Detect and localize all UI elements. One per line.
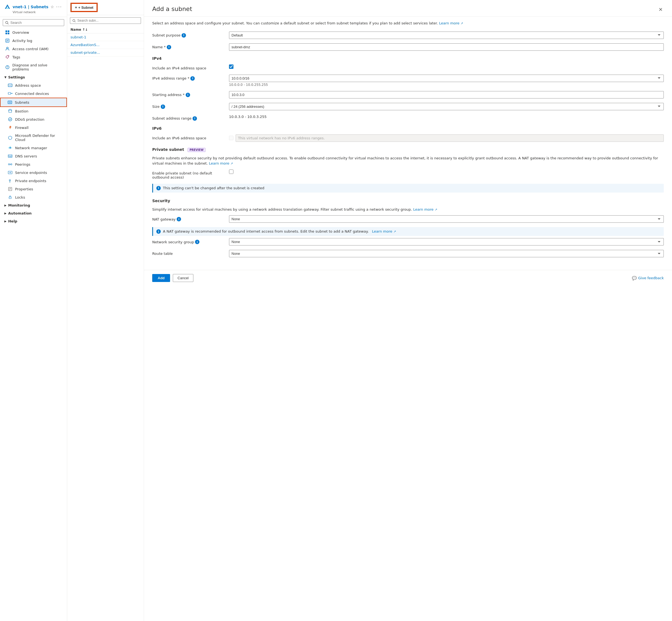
search-input[interactable] <box>10 20 62 25</box>
settings-section-header[interactable]: ▼ Settings <box>0 73 67 81</box>
include-ipv6-row: Include an IPv6 address space This virtu… <box>152 134 664 142</box>
cancel-button[interactable]: Cancel <box>173 274 193 282</box>
sidebar-item-subnets[interactable]: Subnets <box>0 98 67 107</box>
starting-address-label-text: Starting address * <box>152 93 184 97</box>
chevron-right-icon3: ▶ <box>4 220 7 223</box>
sidebar-item-defender[interactable]: Microsoft Defender for Cloud <box>0 132 67 144</box>
nsg-info-icon[interactable]: i <box>195 240 199 244</box>
starting-address-input[interactable] <box>229 91 664 98</box>
subnet-name-1: subnet-1 <box>71 35 86 39</box>
nat-gateway-select[interactable]: None <box>229 215 664 223</box>
add-subnet-button[interactable]: + + Subnet <box>71 3 97 11</box>
middle-search-box[interactable] <box>70 17 141 24</box>
table-row[interactable]: subnet-1 <box>67 34 144 41</box>
cancel-button-label: Cancel <box>177 276 188 280</box>
sidebar-item-private-endpoints[interactable]: Private endpoints <box>0 177 67 185</box>
favorite-icon[interactable]: ☆ <box>50 5 54 9</box>
sidebar-item-bastion[interactable]: Bastion <box>0 107 67 115</box>
sidebar-item-properties[interactable]: Properties <box>0 185 67 193</box>
sidebar-item-tags[interactable]: Tags <box>0 53 67 61</box>
private-endpoints-icon <box>8 178 12 183</box>
ipv4-range-select[interactable]: 10.0.0.0/16 <box>229 75 664 82</box>
help-section-header[interactable]: ▶ Help <box>0 217 67 225</box>
sidebar-item-firewall[interactable]: Firewall <box>0 123 67 132</box>
sidebar-item-activity-log[interactable]: Activity log <box>0 37 67 45</box>
table-row[interactable]: AzureBastionS... <box>67 41 144 49</box>
route-table-select[interactable]: None <box>229 250 664 257</box>
sidebar: vnet-1 | Subnets ☆ ··· Virtual network O… <box>0 0 67 621</box>
close-button[interactable]: ✕ <box>658 5 664 14</box>
nat-gateway-info-icon[interactable]: i <box>177 217 181 221</box>
add-subnet-btn-label: + Subnet <box>78 5 93 10</box>
nat-learn-more-link[interactable]: Learn more ↗ <box>372 229 396 234</box>
svg-point-21 <box>12 93 13 94</box>
sidebar-item-dns-servers[interactable]: DNS DNS servers <box>0 152 67 160</box>
sidebar-item-subnets-label: Subnets <box>15 100 29 105</box>
add-button[interactable]: Add <box>152 274 170 282</box>
svg-marker-1 <box>7 7 8 9</box>
more-icon[interactable]: ··· <box>56 4 62 10</box>
learn-more-label-top: Learn more <box>439 21 459 25</box>
svg-point-38 <box>11 164 12 165</box>
locks-icon <box>8 195 12 199</box>
subnet-purpose-select[interactable]: Default <box>229 32 664 39</box>
size-select[interactable]: / 24 (256 addresses) <box>229 103 664 110</box>
monitoring-section-label: Monitoring <box>8 203 30 207</box>
sidebar-item-connected-devices[interactable]: Connected devices <box>0 89 67 98</box>
form-header: Add a subnet ✕ <box>144 0 672 17</box>
enable-private-subnet-label-text: Enable private subnet (no default outbou… <box>152 171 223 179</box>
security-section-title: Security <box>152 199 664 203</box>
sidebar-item-address-space[interactable]: Address space <box>0 81 67 89</box>
automation-section-header[interactable]: ▶ Automation <box>0 209 67 217</box>
sidebar-item-firewall-label: Firewall <box>15 126 29 130</box>
sidebar-item-properties-label: Properties <box>15 187 33 191</box>
sidebar-item-diagnose[interactable]: Diagnose and solve problems <box>0 61 67 73</box>
name-control <box>229 43 664 51</box>
search-icon <box>5 21 9 25</box>
sidebar-item-peerings[interactable]: Peerings <box>0 160 67 168</box>
sidebar-item-defender-label: Microsoft Defender for Cloud <box>15 134 62 142</box>
name-info-icon[interactable]: i <box>167 45 171 49</box>
sidebar-search-box[interactable] <box>3 19 64 26</box>
security-desc: Simplify internet access for virtual mac… <box>152 207 664 212</box>
plus-icon: + <box>75 5 77 10</box>
table-row[interactable]: subnet-private... <box>67 49 144 56</box>
learn-more-link-top[interactable]: Learn more ↗ <box>439 21 463 25</box>
sidebar-item-locks[interactable]: Locks <box>0 193 67 201</box>
subnet-purpose-info-icon[interactable]: i <box>181 33 186 38</box>
name-input[interactable] <box>229 43 664 51</box>
middle-search-input[interactable] <box>77 19 138 23</box>
include-ipv6-checkbox[interactable] <box>229 136 234 140</box>
sidebar-item-iam[interactable]: Access control (IAM) <box>0 45 67 53</box>
form-body: Subnet purpose i Default Name * i I <box>144 29 672 270</box>
sidebar-item-service-endpoints[interactable]: Service endpoints <box>0 168 67 177</box>
nat-gateway-row: NAT gateway i None <box>152 215 664 223</box>
ipv4-range-info-icon[interactable]: i <box>191 76 195 81</box>
subnet-purpose-label: Subnet purpose i <box>152 32 223 38</box>
include-ipv4-row: Include an IPv4 address space <box>152 65 664 70</box>
svg-point-2 <box>5 21 8 23</box>
private-subnet-learn-more-link[interactable]: Learn more ↗ <box>209 161 233 165</box>
sidebar-item-ddos[interactable]: DDoS protection <box>0 115 67 123</box>
include-ipv4-checkbox[interactable] <box>229 65 234 69</box>
nat-gateway-control: None <box>229 215 664 223</box>
sidebar-item-overview[interactable]: Overview <box>0 28 67 37</box>
sidebar-item-network-manager[interactable]: Network manager <box>0 144 67 152</box>
subnet-purpose-control: Default <box>229 32 664 39</box>
security-learn-more-link[interactable]: Learn more ↗ <box>413 207 437 211</box>
subnet-address-range-info-icon[interactable]: i <box>193 116 197 121</box>
size-info-icon[interactable]: i <box>161 105 165 109</box>
monitoring-section-header[interactable]: ▶ Monitoring <box>0 201 67 209</box>
footer-buttons: Add Cancel <box>152 274 194 282</box>
starting-address-info-icon[interactable]: i <box>186 93 190 97</box>
enable-private-subnet-label: Enable private subnet (no default outbou… <box>152 169 223 179</box>
nsg-select[interactable]: None <box>229 238 664 246</box>
give-feedback-link[interactable]: 💬 Give feedback <box>632 276 664 280</box>
nat-gateway-label-text: NAT gateway <box>152 217 175 221</box>
add-subnet-panel: Add a subnet ✕ Select an address space a… <box>144 0 672 621</box>
middle-panel: + + Subnet Name ↑↓ subnet-1 AzureBastion… <box>67 0 144 621</box>
nat-info-box: i A NAT gateway is recommended for outbo… <box>152 227 664 236</box>
ipv4-range-row: IPv4 address range * i 10.0.0.0/16 10.0.… <box>152 75 664 87</box>
private-subnet-info-box: i This setting can't be changed after th… <box>152 184 664 193</box>
enable-private-subnet-checkbox[interactable] <box>229 169 234 174</box>
